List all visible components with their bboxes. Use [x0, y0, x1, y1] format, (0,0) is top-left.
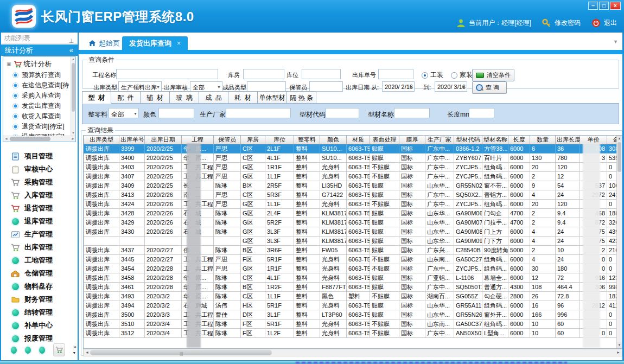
tree-item[interactable]: 采购入库查询	[3, 91, 75, 101]
footer-cart-button[interactable]	[53, 343, 65, 356]
material-tab-6[interactable]: 耗 材	[228, 91, 258, 104]
sidebar-item-生产管理[interactable]: 生产管理	[1, 228, 77, 241]
grid-horizontal-scrollbar[interactable]: ◄|||►	[83, 349, 622, 356]
column-header[interactable]: 出库单号	[119, 136, 145, 144]
table-row[interactable]: 调拨出库34032020/2/25工 共工程严思G区1R1F整料光身料6063-…	[84, 163, 623, 172]
material-tab-8[interactable]: 隔 热 条	[287, 91, 316, 104]
column-header[interactable]: 型材代码	[454, 136, 482, 144]
sidebar-item-入库管理[interactable]: 入库管理	[1, 189, 77, 202]
material-tab-5[interactable]: 成 品	[199, 91, 228, 104]
sidebar-item-项目管理[interactable]: 项目管理	[1, 150, 77, 163]
minimize-button[interactable]: –	[588, 2, 598, 10]
footer-dot-icon[interactable]	[25, 347, 31, 354]
table-row[interactable]: 调拨出库34542020/2/28工 共工程严思G区1R1F整料光身料6063-…	[84, 264, 623, 273]
sidebar-item-财务管理[interactable]: 财务管理	[1, 293, 77, 306]
table-row[interactable]: 调拨出库34612020/2/28华 原...陈琳B区1R2F整料F8877FT…	[84, 283, 623, 292]
date-to-select[interactable]: 2020/ 3/16▼	[435, 81, 467, 92]
table-row[interactable]: 调拨出库34452020/2/27工 共工程严思F区5R1F整料光身料6063-…	[84, 255, 623, 264]
grid-vertical-scrollbar[interactable]: ▲▼	[616, 136, 622, 348]
len-input[interactable]	[469, 108, 494, 118]
column-header[interactable]: 材质	[347, 136, 370, 144]
table-row[interactable]: 调拨出库34302020/2/26石 城陈琳G区3L3F整料KLM3817606…	[84, 227, 623, 237]
tree-item[interactable]: 预算执行查询	[3, 70, 75, 80]
material-tab-4[interactable]: 玻 璃	[170, 91, 199, 104]
table-row[interactable]: 调拨出库35002020/3/3工 共工程曹佳D区3L1F整料LT3P60606…	[84, 310, 623, 320]
column-header[interactable]: 颜色	[320, 136, 347, 144]
sidebar-item-出库管理[interactable]: 出库管理	[1, 241, 77, 254]
tree-vertical-scrollbar[interactable]: ▲▼	[71, 57, 75, 136]
table-row[interactable]: 调拨出库34132020/2/26南 ...严思C区5R3F整料G7142260…	[84, 190, 623, 200]
change-password-link[interactable]: 修改密码	[555, 18, 581, 28]
column-header[interactable]: 生产厂家	[425, 136, 454, 144]
table-row[interactable]: G区3L3F整料KLM38176063-T5贴膜国标山东华...GA90M09.…	[84, 237, 623, 246]
sidebar-item-物料盘存[interactable]: 物料盘存	[1, 280, 77, 293]
material-tab-1[interactable]: 型 材	[82, 91, 111, 104]
audit-select[interactable]: 全部▼	[190, 81, 222, 92]
sidebar-item-退库管理[interactable]: 退库管理	[1, 215, 77, 228]
column-header[interactable]: 出库日期	[145, 136, 182, 144]
table-row[interactable]: 调拨出库34072020/2/25工 共工程严思G区1L1F整料光身料6063-…	[84, 172, 623, 181]
table-row[interactable]: 调拨出库34282020/2/26石 城陈琳G区2L4F整料KLM3817606…	[84, 209, 623, 218]
radio-home[interactable]: 家装	[451, 71, 473, 80]
date-from-select[interactable]: 2020/ 2/16▼	[382, 81, 415, 92]
column-header[interactable]: 出库长度	[556, 136, 580, 144]
column-header[interactable]: 整零料	[294, 136, 320, 144]
table-row[interactable]: 调拨出库34932020/3/2华 原...陈琳C区1L1F整料黑色塑料不贴膜国…	[84, 292, 623, 301]
keeper-input[interactable]	[309, 81, 343, 92]
column-header[interactable]: 库房	[241, 136, 265, 144]
close-button[interactable]: ×	[610, 2, 621, 10]
clear-button[interactable]: 清空条件	[472, 69, 514, 81]
column-header[interactable]: 库位	[265, 136, 294, 144]
zl-select[interactable]: 全部▼	[109, 108, 139, 118]
table-row[interactable]: 调拨出库35122020/3/4工 共工程陈琳F区1L2F整料光身料6063-T…	[84, 329, 623, 338]
tree-item[interactable]: 收货入库查询	[3, 111, 75, 122]
column-header[interactable]: 长度	[508, 136, 530, 144]
order-no-input[interactable]	[378, 69, 413, 79]
column-header[interactable]: 表面处理	[370, 136, 399, 144]
footer-dot-icon[interactable]	[39, 347, 45, 354]
out-type-select[interactable]: 生产领料出库▼	[118, 81, 162, 92]
logout-link[interactable]: 退出	[604, 18, 617, 28]
column-header[interactable]: 型材名称	[482, 136, 508, 144]
column-header[interactable]: 出库类型	[84, 136, 119, 144]
tree-horizontal-scrollbar[interactable]: ◄►	[3, 136, 76, 142]
footer-dot-icon[interactable]	[11, 347, 17, 354]
project-name-input[interactable]	[116, 69, 218, 79]
tab-home[interactable]: 起始页	[83, 36, 125, 50]
color-input[interactable]	[158, 108, 194, 118]
table-row[interactable]: 调拨出库34372020/2/27佛 ...陈琳B区3R6F整料FW056063…	[84, 246, 623, 255]
tab-close-icon[interactable]: ×	[177, 40, 181, 47]
sidebar-section-header[interactable]: 统计分析 «	[1, 44, 78, 56]
tree-item[interactable]: 发货出库查询	[3, 101, 75, 111]
table-row[interactable]: 调拨出库34582020/2/28华 原...陈琳C区4L1F整料光身料6063…	[84, 273, 623, 283]
column-header[interactable]: 膜厚	[399, 136, 425, 144]
mfr-input[interactable]	[226, 108, 291, 118]
tree-item[interactable]: 退货查询[待定]	[3, 122, 75, 132]
table-row[interactable]: 调拨出库35102020/3/4工 共工程陈琳F区5R1F整料光身料6063-T…	[84, 320, 623, 329]
table-row[interactable]: 调拨出库34092020/2/25长 ...陈琳B区2R5F整料LI35HD60…	[84, 181, 623, 190]
column-header[interactable]: 数量	[530, 136, 556, 144]
table-row[interactable]: 调拨出库34002020/2/25华 原...严思C区4L1F整料SU10...…	[84, 154, 623, 163]
column-header[interactable]: 保管员	[214, 136, 241, 144]
collapse-icon[interactable]: «	[69, 44, 73, 56]
warehouse-input[interactable]	[243, 69, 284, 79]
sidebar-item-仓储管理[interactable]: 仓储管理	[1, 267, 77, 280]
radio-work[interactable]: 工装	[422, 71, 443, 80]
material-tab-7[interactable]: 单体型材	[258, 91, 287, 104]
tree-item[interactable]: 在途信息查询[待	[3, 80, 75, 91]
code-input[interactable]	[326, 108, 359, 118]
sidebar-item-采购管理[interactable]: 采购管理	[1, 176, 77, 189]
material-tab-3[interactable]: 辅 材	[141, 91, 170, 104]
table-row[interactable]: 调拨出库34292020/2/26石 城陈琳G区5R2F整料KLM3817606…	[84, 218, 623, 227]
table-row[interactable]: 调拨出库34942020/3/2石 辉城汤伟H区5R1F整料光身料6063-T5…	[84, 301, 623, 310]
tree-expander-icon[interactable]: ▣	[7, 61, 11, 67]
sidebar-item-工地管理[interactable]: 工地管理	[1, 254, 77, 267]
maximize-button[interactable]: □	[599, 2, 609, 10]
sidebar-item-退货管理[interactable]: 退货管理	[1, 202, 77, 215]
footer-more-button[interactable]: »▾	[73, 344, 77, 356]
tab-active[interactable]: 发货出库查询×	[122, 36, 188, 50]
product-type-input[interactable]	[247, 81, 286, 92]
tree-root[interactable]: ▣ 统计分析	[3, 57, 75, 70]
name-input[interactable]	[394, 108, 430, 118]
table-row[interactable]: 调拨出库33992020/2/25华 原...严思C区2L1F整料SU10...…	[84, 144, 623, 154]
